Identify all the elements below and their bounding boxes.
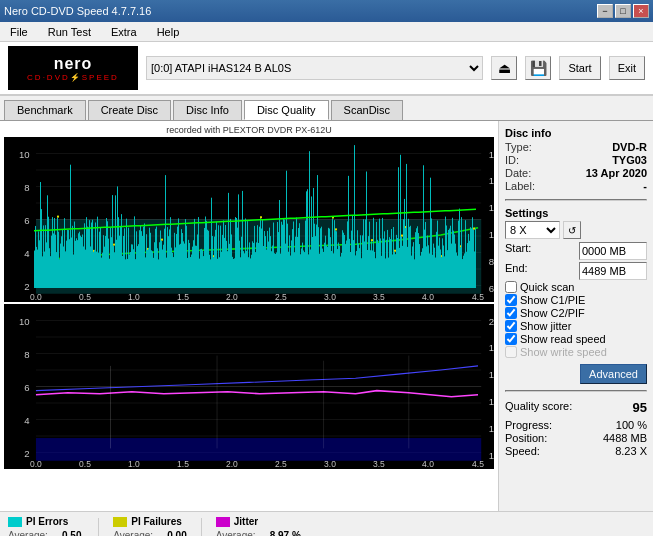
show-c2-row: Show C2/PIF	[505, 307, 647, 319]
logo: nero CD·DVD⚡SPEED	[8, 46, 138, 90]
chart-area: recorded with PLEXTOR DVDR PX-612U	[0, 121, 498, 511]
upper-chart-canvas	[4, 137, 494, 302]
svg-text:14: 14	[489, 396, 494, 407]
eject-button[interactable]: ⏏	[491, 56, 517, 80]
lower-chart-svg: 10 8 6 4 2 20 18 16 14 12 10	[4, 304, 494, 469]
end-label: End:	[505, 262, 528, 280]
jitter-legend: Jitter Average: 8.97 % Maximum: 10.2 % P…	[216, 516, 301, 536]
logo-nero-text: nero	[54, 55, 93, 73]
app-title-area: Nero CD-DVD Speed 4.7.7.16	[4, 5, 151, 17]
show-c1-checkbox[interactable]	[505, 294, 517, 306]
disc-date-label: Date:	[505, 167, 531, 179]
main-content: recorded with PLEXTOR DVDR PX-612U	[0, 121, 653, 511]
position-row: Position: 4488 MB	[505, 432, 647, 444]
speed-value: 8.23 X	[615, 445, 647, 457]
menu-bar: File Run Test Extra Help	[0, 22, 653, 42]
disc-label-row: Label: -	[505, 180, 647, 192]
show-c1-label: Show C1/PIE	[520, 294, 585, 306]
quality-score-label: Quality score:	[505, 400, 572, 415]
svg-rect-53	[36, 438, 481, 461]
right-panel: Disc info Type: DVD-R ID: TYG03 Date: 13…	[498, 121, 653, 511]
tab-create-disc[interactable]: Create Disc	[88, 100, 171, 120]
start-button[interactable]: Start	[559, 56, 600, 80]
disc-date-value: 13 Apr 2020	[586, 167, 647, 179]
svg-text:10: 10	[19, 316, 30, 327]
svg-text:2.0: 2.0	[226, 459, 238, 469]
legend-divider-2	[201, 518, 202, 536]
disc-id-value: TYG03	[612, 154, 647, 166]
advanced-button[interactable]: Advanced	[580, 364, 647, 384]
close-button[interactable]: ×	[633, 4, 649, 18]
svg-text:4.5: 4.5	[472, 459, 484, 469]
tab-disc-quality[interactable]: Disc Quality	[244, 100, 329, 120]
pi-errors-legend: PI Errors Average: 0.50 Maximum: 7 Total…	[8, 516, 84, 536]
show-jitter-row: Show jitter	[505, 320, 647, 332]
svg-text:6: 6	[24, 382, 29, 393]
disc-info-title: Disc info	[505, 127, 647, 139]
svg-text:8: 8	[24, 349, 29, 360]
quick-scan-row: Quick scan	[505, 281, 647, 293]
disc-type-label: Type:	[505, 141, 532, 153]
svg-text:1.5: 1.5	[177, 459, 189, 469]
show-read-speed-row: Show read speed	[505, 333, 647, 345]
settings-section: Settings 8 X 4 X MAX ↺ Start: End: Quick…	[505, 207, 647, 384]
title-bar: Nero CD-DVD Speed 4.7.7.16 − □ ×	[0, 0, 653, 22]
svg-text:12: 12	[489, 423, 494, 434]
pi-failures-legend: PI Failures Average: 0.00 Maximum: 2 Tot…	[113, 516, 186, 536]
jitter-avg: Average: 8.97 %	[216, 530, 301, 536]
svg-text:18: 18	[489, 343, 494, 354]
svg-text:4.0: 4.0	[422, 459, 434, 469]
progress-label: Progress:	[505, 419, 552, 431]
logo-sub-text: CD·DVD⚡SPEED	[27, 73, 119, 82]
show-jitter-label: Show jitter	[520, 320, 571, 332]
svg-text:0.0: 0.0	[30, 459, 42, 469]
disc-id-label: ID:	[505, 154, 519, 166]
pi-errors-avg-label: Average:	[8, 530, 58, 536]
speed-select[interactable]: 8 X 4 X MAX	[505, 221, 560, 239]
save-button[interactable]: 💾	[525, 56, 551, 80]
progress-section: Progress: 100 % Position: 4488 MB Speed:…	[505, 419, 647, 458]
tab-scan-disc[interactable]: ScanDisc	[331, 100, 403, 120]
minimize-button[interactable]: −	[597, 4, 613, 18]
lower-chart: 10 8 6 4 2 20 18 16 14 12 10	[4, 304, 494, 469]
show-write-speed-checkbox[interactable]	[505, 346, 517, 358]
settings-title: Settings	[505, 207, 647, 219]
show-jitter-checkbox[interactable]	[505, 320, 517, 332]
disc-type-row: Type: DVD-R	[505, 141, 647, 153]
tab-disc-info[interactable]: Disc Info	[173, 100, 242, 120]
position-label: Position:	[505, 432, 547, 444]
start-input[interactable]	[579, 242, 647, 260]
svg-text:4: 4	[24, 415, 29, 426]
end-input[interactable]	[579, 262, 647, 280]
jitter-avg-value: 8.97 %	[270, 530, 301, 536]
show-read-speed-checkbox[interactable]	[505, 333, 517, 345]
speed-row2: Speed: 8.23 X	[505, 445, 647, 457]
pi-failures-avg-value: 0.00	[167, 530, 186, 536]
pi-errors-title: PI Errors	[26, 516, 68, 527]
refresh-button[interactable]: ↺	[563, 221, 581, 239]
speed-row: 8 X 4 X MAX ↺	[505, 221, 647, 239]
pi-failures-avg: Average: 0.00	[113, 530, 186, 536]
quick-scan-checkbox[interactable]	[505, 281, 517, 293]
pi-errors-color	[8, 517, 22, 527]
menu-help[interactable]: Help	[151, 24, 186, 40]
pi-errors-avg-value: 0.50	[62, 530, 81, 536]
tab-benchmark[interactable]: Benchmark	[4, 100, 86, 120]
menu-extra[interactable]: Extra	[105, 24, 143, 40]
disc-date-row: Date: 13 Apr 2020	[505, 167, 647, 179]
disc-id-row: ID: TYG03	[505, 154, 647, 166]
show-write-speed-label: Show write speed	[520, 346, 607, 358]
menu-file[interactable]: File	[4, 24, 34, 40]
jitter-title: Jitter	[234, 516, 258, 527]
drive-select[interactable]: [0:0] ATAPI iHAS124 B AL0S	[146, 56, 483, 80]
svg-text:0.5: 0.5	[79, 459, 91, 469]
exit-button[interactable]: Exit	[609, 56, 645, 80]
chart-title: recorded with PLEXTOR DVDR PX-612U	[2, 123, 496, 137]
jitter-header: Jitter	[216, 516, 301, 527]
progress-row: Progress: 100 %	[505, 419, 647, 431]
svg-text:1.0: 1.0	[128, 459, 140, 469]
show-c2-checkbox[interactable]	[505, 307, 517, 319]
maximize-button[interactable]: □	[615, 4, 631, 18]
start-row: Start:	[505, 242, 647, 260]
menu-run-test[interactable]: Run Test	[42, 24, 97, 40]
